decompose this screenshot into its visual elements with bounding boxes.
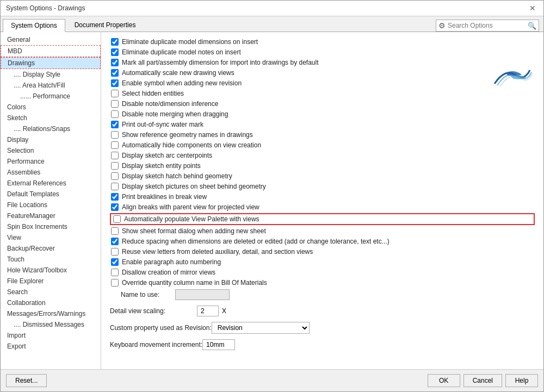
system-options-dialog: System Options - Drawings ✕ System Optio… (0, 0, 544, 392)
main-content: GeneralMBDDrawings.... Display Style....… (1, 32, 543, 369)
checkbox-cb17[interactable] (111, 203, 119, 211)
sidebar-item-hole-wizard-toolbox[interactable]: Hole Wizard/Toolbox (1, 265, 101, 276)
sidebar-item-mbd[interactable]: MBD (1, 45, 101, 57)
checkbox-cb24[interactable] (111, 279, 119, 287)
checkbox-cb3[interactable] (111, 59, 119, 66)
keyboard-movement-row: Keyboard movement increment: (110, 339, 535, 350)
checkbox-cb21[interactable] (111, 248, 119, 256)
checkbox-cb18[interactable] (113, 215, 121, 223)
title-bar: System Options - Drawings ✕ (1, 1, 543, 16)
checkbox-label-cb8[interactable]: Disable note merging when dragging (122, 110, 228, 118)
checkbox-cb2[interactable] (111, 48, 119, 56)
checkbox-cb7[interactable] (111, 100, 119, 108)
custom-property-select[interactable]: Revision (212, 322, 310, 334)
sidebar-item-drawings[interactable]: Drawings (1, 57, 101, 69)
logo-area (489, 65, 533, 94)
checkbox-cb23[interactable] (111, 269, 119, 276)
checkbox-cb13[interactable] (111, 162, 119, 170)
checkbox-label-cb7[interactable]: Disable note/dimension inference (122, 100, 218, 108)
checkbox-cb9[interactable] (111, 121, 119, 128)
custom-property-label: Custom property used as Revision: (110, 324, 212, 332)
sidebar-item-import[interactable]: Import (1, 330, 101, 341)
checkbox-label-cb23[interactable]: Disallow creation of mirror views (122, 269, 215, 276)
checkbox-label-cb15[interactable]: Display sketch pictures on sheet behind … (122, 183, 266, 190)
sidebar-item-spin-box-increments[interactable]: Spin Box Increments (1, 221, 101, 232)
sidebar-item-backup-recover[interactable]: Backup/Recover (1, 243, 101, 254)
tab-document-properties[interactable]: Document Properties (66, 18, 144, 32)
sidebar-item-file-explorer[interactable]: File Explorer (1, 276, 101, 287)
sidebar-item-relations-snaps[interactable]: .... Relations/Snaps (1, 123, 101, 134)
checkbox-cb15[interactable] (111, 183, 119, 190)
sidebar-item-search[interactable]: Search (1, 287, 101, 297)
sidebar-item-export[interactable]: Export (1, 341, 101, 352)
sidebar-item-touch[interactable]: Touch (1, 254, 101, 265)
checkbox-cb20[interactable] (111, 238, 119, 245)
sidebar-item-external-references[interactable]: External References (1, 178, 101, 189)
checkbox-label-cb3[interactable]: Mark all part/assembly dimension for imp… (122, 59, 319, 66)
sidebar-item-colors[interactable]: Colors (1, 102, 101, 113)
checkbox-label-cb12[interactable]: Display sketch arc centerpoints (122, 152, 212, 159)
checkbox-label-cb19[interactable]: Show sheet format dialog when adding new… (122, 227, 266, 235)
checkbox-label-cb17[interactable]: Align breaks with parent view for projec… (122, 203, 259, 211)
checkbox-cb14[interactable] (111, 172, 119, 180)
checkbox-label-cb16[interactable]: Print breaklines in break view (122, 193, 207, 201)
checkbox-cb11[interactable] (111, 141, 119, 149)
checkbox-label-cb6[interactable]: Select hidden entities (122, 90, 184, 97)
checkbox-label-cb24[interactable]: Override quantity column name in Bill Of… (122, 279, 267, 287)
checkbox-label-cb10[interactable]: Show reference geometry names in drawing… (122, 131, 253, 139)
checkbox-label-cb9[interactable]: Print out-of-sync water mark (122, 121, 203, 128)
sidebar-item-display[interactable]: Display (1, 134, 101, 145)
sidebar-item-default-templates[interactable]: Default Templates (1, 189, 101, 200)
sidebar-item-sketch[interactable]: Sketch (1, 113, 101, 123)
keyboard-movement-input[interactable] (202, 339, 235, 350)
checkbox-cb1[interactable] (111, 38, 119, 46)
sidebar-item-collaboration[interactable]: Collaboration (1, 297, 101, 308)
checkbox-cb8[interactable] (111, 110, 119, 118)
sidebar-item-messages-errors-warnings[interactable]: Messages/Errors/Warnings (1, 308, 101, 319)
checkbox-label-cb1[interactable]: Eliminate duplicate model dimensions on … (122, 38, 258, 46)
checkbox-row-cb12: Display sketch arc centerpoints (110, 151, 535, 160)
reset-button[interactable]: Reset... (6, 374, 47, 387)
name-to-use-input[interactable] (175, 289, 230, 300)
checkbox-cb19[interactable] (111, 227, 119, 235)
checkbox-cb5[interactable] (111, 79, 119, 87)
ok-button[interactable]: OK (428, 374, 460, 387)
checkbox-cb6[interactable] (111, 90, 119, 97)
checkbox-label-cb13[interactable]: Display sketch entity points (122, 162, 201, 170)
sidebar-item-display-style[interactable]: .... Display Style (1, 69, 101, 80)
sidebar-item-featuremanager[interactable]: FeatureManager (1, 210, 101, 221)
checkbox-label-cb2[interactable]: Eliminate duplicate model notes on inser… (122, 48, 241, 56)
search-input[interactable] (448, 22, 528, 29)
checkbox-cb12[interactable] (111, 152, 119, 159)
sidebar-item-dismissed-messages[interactable]: .... Dismissed Messages (1, 319, 101, 330)
checkbox-label-cb21[interactable]: Reuse view letters from deleted auxiliar… (122, 248, 313, 256)
tab-system-options[interactable]: System Options (3, 19, 65, 32)
sidebar-item-selection[interactable]: Selection (1, 145, 101, 156)
checkbox-row-cb4: Automatically scale new drawing views (110, 69, 535, 77)
checkbox-cb4[interactable] (111, 69, 119, 77)
checkbox-label-cb4[interactable]: Automatically scale new drawing views (122, 69, 234, 77)
checkbox-cb16[interactable] (111, 193, 119, 201)
bottom-bar: Reset... OK Cancel Help (1, 369, 543, 391)
checkbox-label-cb20[interactable]: Reduce spacing when dimensions are delet… (122, 238, 390, 245)
sidebar-item-assemblies[interactable]: Assemblies (1, 167, 101, 178)
sidebar-item-general[interactable]: General (1, 34, 101, 45)
checkbox-row-cb24: Override quantity column name in Bill Of… (110, 278, 535, 287)
sidebar-item-file-locations[interactable]: File Locations (1, 200, 101, 210)
cancel-button[interactable]: Cancel (463, 374, 502, 387)
close-button[interactable]: ✕ (527, 4, 538, 13)
help-button[interactable]: Help (505, 374, 538, 387)
sidebar-item-area-hatch-fill[interactable]: .... Area Hatch/Fill (1, 80, 101, 91)
checkbox-label-cb14[interactable]: Display sketch hatch behind geometry (122, 172, 232, 180)
checkbox-cb22[interactable] (111, 258, 119, 266)
detail-view-input[interactable] (197, 306, 219, 316)
checkbox-cb10[interactable] (111, 131, 119, 139)
checkbox-label-cb18[interactable]: Automatically populate View Palette with… (124, 215, 259, 223)
sidebar-item-performance[interactable]: ...... Performance (1, 91, 101, 102)
checkbox-label-cb5[interactable]: Enable symbol when adding new revision (122, 79, 242, 87)
checkbox-row-cb20: Reduce spacing when dimensions are delet… (110, 237, 535, 246)
sidebar-item-view[interactable]: View (1, 232, 101, 243)
checkbox-label-cb22[interactable]: Enable paragraph auto numbering (122, 258, 221, 266)
sidebar-item-performance[interactable]: Performance (1, 156, 101, 167)
checkbox-label-cb11[interactable]: Automatically hide components on view cr… (122, 141, 261, 149)
